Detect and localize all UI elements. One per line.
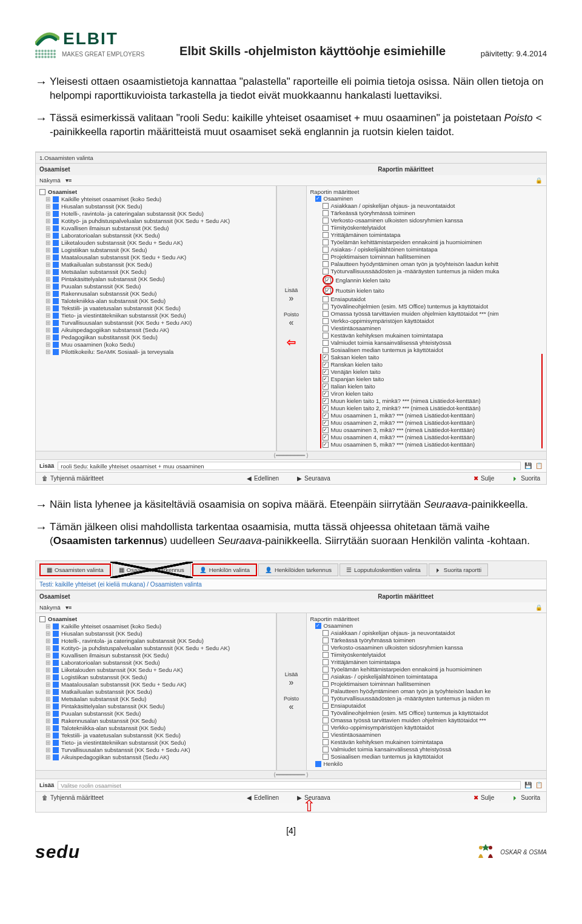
checkbox[interactable] xyxy=(53,674,59,680)
checkbox[interactable] xyxy=(53,196,59,202)
lisaa-field[interactable]: rooli Sedu: kaikille yhteiset osaamiset … xyxy=(58,462,521,470)
checkbox[interactable] xyxy=(323,347,329,353)
checkbox[interactable] xyxy=(53,305,59,311)
checkbox[interactable] xyxy=(53,696,59,702)
expand-icon[interactable]: ⊞ xyxy=(45,239,50,246)
expand-icon[interactable]: ⊞ xyxy=(45,746,50,753)
close-button[interactable]: ✖Sulje xyxy=(473,475,494,482)
tab-lopputuloskenttien[interactable]: ☰Lopputuloskenttien valinta xyxy=(340,563,427,576)
checkbox[interactable] xyxy=(53,703,59,710)
expand-icon[interactable]: ⊞ xyxy=(45,334,50,341)
checkbox[interactable] xyxy=(53,623,59,630)
expand-icon[interactable]: ⊞ xyxy=(45,703,50,710)
checkbox[interactable] xyxy=(53,689,59,695)
checkbox[interactable] xyxy=(53,747,59,753)
checkbox[interactable] xyxy=(53,667,59,673)
checkbox[interactable] xyxy=(53,725,59,731)
scrollbar[interactable]: ⟨━━━━━━━━ ⟩ xyxy=(36,451,546,459)
checkbox[interactable] xyxy=(53,638,59,644)
run-button[interactable]: ⏵Suorita xyxy=(512,475,540,482)
checkbox[interactable] xyxy=(53,262,59,268)
checkbox[interactable] xyxy=(323,420,329,426)
checkbox[interactable] xyxy=(323,247,329,253)
lisaa-field[interactable]: Valitse roolin osaamiset xyxy=(58,781,521,789)
expand-icon[interactable]: ⊞ xyxy=(45,290,50,297)
expand-icon[interactable]: ⊞ xyxy=(45,674,50,680)
checkbox[interactable] xyxy=(53,204,59,210)
filter-icon[interactable]: ▾≡ xyxy=(65,177,72,184)
expand-icon[interactable]: ⊞ xyxy=(45,710,50,717)
checkbox[interactable] xyxy=(323,325,329,331)
save-icon[interactable]: 💾 xyxy=(524,462,532,469)
tab-osaamisten-valinta[interactable]: ▦Osaamisten valinta xyxy=(39,563,111,576)
clear-button[interactable]: 🗑Tyhjennä määritteet xyxy=(42,475,104,482)
prev-button[interactable]: ◀Edellinen xyxy=(247,475,279,482)
expand-icon[interactable]: ⊞ xyxy=(45,225,50,231)
checkbox[interactable] xyxy=(53,298,59,304)
checkbox[interactable] xyxy=(53,327,59,333)
expand-icon[interactable]: ⊞ xyxy=(45,297,50,304)
expand-icon[interactable]: ⊞ xyxy=(45,283,50,290)
checkbox[interactable] xyxy=(323,630,329,636)
checkbox[interactable] xyxy=(53,233,59,239)
tab-henkilon-valinta[interactable]: 👤Henkilön valinta xyxy=(192,563,257,576)
remove-button[interactable]: Poisto« xyxy=(284,311,299,327)
checkbox[interactable] xyxy=(323,354,329,361)
checkbox[interactable] xyxy=(325,278,331,284)
filter-icon[interactable]: ▾≡ xyxy=(65,604,72,611)
expand-icon[interactable]: ⊞ xyxy=(45,196,50,202)
expand-icon[interactable]: ⊞ xyxy=(45,232,50,239)
expand-icon[interactable]: ⊞ xyxy=(45,218,50,224)
expand-icon[interactable]: ⊞ xyxy=(45,688,50,695)
remove-button[interactable]: Poisto« xyxy=(284,696,299,711)
checkbox[interactable] xyxy=(53,291,59,297)
checkbox[interactable] xyxy=(323,239,329,245)
checkbox[interactable] xyxy=(323,398,329,404)
checkbox[interactable] xyxy=(323,696,329,702)
checkbox[interactable] xyxy=(323,413,329,419)
expand-icon[interactable]: ⊞ xyxy=(45,261,50,268)
tab-suorita[interactable]: ⏵Suorita raportti xyxy=(429,563,488,576)
checkbox[interactable] xyxy=(323,754,329,760)
checkbox[interactable] xyxy=(323,384,329,390)
expand-icon[interactable]: ⊞ xyxy=(45,732,50,739)
expand-icon[interactable]: ⊞ xyxy=(45,652,50,659)
checkbox[interactable] xyxy=(323,427,329,433)
expand-icon[interactable]: ⊞ xyxy=(45,247,50,253)
checkbox[interactable] xyxy=(323,688,329,694)
checkbox[interactable] xyxy=(323,318,329,324)
checkbox[interactable] xyxy=(53,269,59,275)
checkbox[interactable] xyxy=(53,349,59,355)
checkbox[interactable] xyxy=(323,369,329,375)
expand-icon[interactable]: ⊞ xyxy=(45,348,50,355)
checkbox[interactable] xyxy=(53,218,59,224)
expand-icon[interactable]: ⊞ xyxy=(45,725,50,731)
scrollbar[interactable]: ⟨━━━━━━━━ ⟩ xyxy=(36,770,546,779)
checkbox[interactable] xyxy=(323,717,329,723)
checkbox[interactable] xyxy=(53,284,59,290)
checkbox[interactable] xyxy=(323,333,329,339)
expand-icon[interactable]: ⊞ xyxy=(45,268,50,275)
checkbox[interactable] xyxy=(323,725,329,731)
checkbox[interactable] xyxy=(53,711,59,717)
run-button[interactable]: ⏵Suorita xyxy=(512,794,540,801)
checkbox[interactable] xyxy=(323,376,329,382)
checkbox[interactable] xyxy=(323,268,329,274)
checkbox[interactable] xyxy=(53,313,59,319)
checkbox[interactable] xyxy=(323,746,329,753)
checkbox[interactable] xyxy=(323,645,329,651)
checkbox[interactable] xyxy=(323,434,329,440)
checkbox[interactable] xyxy=(323,739,329,745)
expand-icon[interactable]: ⊞ xyxy=(45,341,50,348)
checkbox[interactable] xyxy=(323,210,329,216)
next-button[interactable]: ▶Seuraava xyxy=(297,475,330,482)
expand-icon[interactable]: ⊞ xyxy=(45,681,50,688)
expand-icon[interactable]: ⊞ xyxy=(45,305,50,311)
checkbox[interactable] xyxy=(53,247,59,253)
expand-icon[interactable]: ⊞ xyxy=(45,276,50,282)
checkbox[interactable] xyxy=(325,288,331,294)
expand-icon[interactable]: ⊞ xyxy=(45,696,50,702)
checkbox[interactable] xyxy=(53,660,59,666)
prev-button[interactable]: ◀Edellinen xyxy=(247,794,279,801)
expand-icon[interactable]: ⊞ xyxy=(45,637,50,644)
